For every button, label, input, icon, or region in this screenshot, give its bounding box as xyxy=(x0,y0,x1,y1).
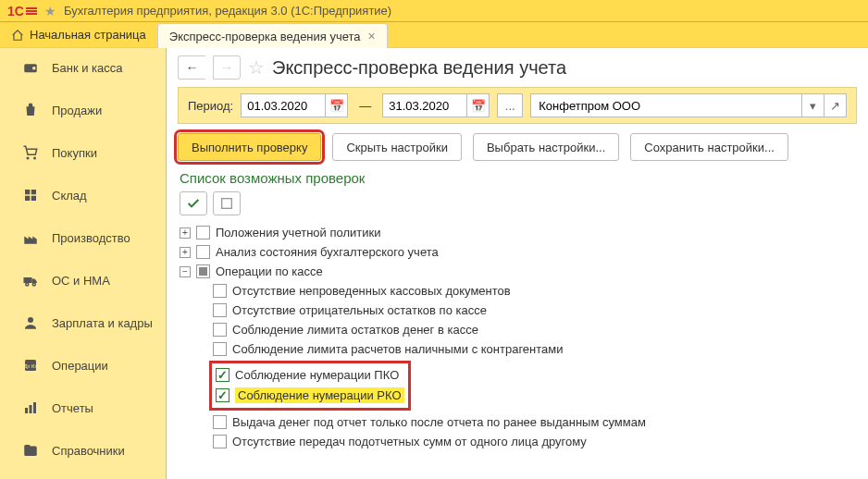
checkbox[interactable] xyxy=(213,323,227,337)
sidebar-item-label: Продажи xyxy=(52,104,102,117)
date-to-input[interactable] xyxy=(383,94,466,117)
checkbox[interactable] xyxy=(213,435,227,448)
svg-rect-16 xyxy=(33,402,36,413)
tree-label: Соблюдение лимита расчетов наличными с к… xyxy=(232,342,564,356)
wallet-icon xyxy=(22,59,39,76)
bag-icon xyxy=(22,102,39,118)
person-icon xyxy=(22,314,39,331)
uncheck-icon xyxy=(219,196,234,211)
factory-icon xyxy=(22,229,39,246)
title-bar: 1C ★ Бухгалтерия предприятия, редакция 3… xyxy=(0,0,868,22)
checklist-title: Список возможных проверок xyxy=(167,170,868,191)
tree-item-cash-c6[interactable]: Соблюдение нумерации РКО xyxy=(216,385,404,406)
uncheck-all-button[interactable] xyxy=(213,191,241,215)
sidebar-item-sales[interactable]: Продажи xyxy=(0,94,166,126)
back-button[interactable]: ← xyxy=(178,55,205,80)
tab-check-label: Экспресс-проверка ведения учета xyxy=(169,30,361,43)
tree-item-cash-c3[interactable]: Соблюдение лимита остатков денег в кассе xyxy=(180,320,855,339)
checkbox[interactable] xyxy=(213,284,227,298)
checkbox-checked[interactable] xyxy=(216,388,229,402)
date-from-input[interactable] xyxy=(242,94,325,117)
tree-item-cash-c5[interactable]: Соблюдение нумерации ПКО xyxy=(216,365,404,385)
star-icon[interactable]: ☆ xyxy=(248,56,265,79)
sidebar-item-reports[interactable]: Отчеты xyxy=(0,392,166,424)
page-title: Экспресс-проверка ведения учета xyxy=(272,57,566,79)
svg-rect-6 xyxy=(25,196,30,201)
sidebar-item-label: Склад xyxy=(52,189,87,203)
svg-rect-5 xyxy=(31,190,36,194)
tree-item-cash-c7[interactable]: Выдача денег под отчет только после отче… xyxy=(180,412,855,432)
calendar-icon[interactable]: 📅 xyxy=(466,94,489,117)
org-input[interactable] xyxy=(531,94,801,117)
svg-point-9 xyxy=(26,283,29,286)
sidebar-item-label: Операции xyxy=(52,359,108,373)
chart-icon xyxy=(22,399,39,416)
sidebar-item-warehouse[interactable]: Склад xyxy=(0,179,166,211)
checkbox[interactable] xyxy=(196,245,210,259)
tree-item-cash-c4[interactable]: Соблюдение лимита расчетов наличными с к… xyxy=(180,339,855,359)
svg-point-11 xyxy=(28,317,33,323)
checkbox-partial[interactable] xyxy=(196,264,210,278)
svg-text:Дт Кт: Дт Кт xyxy=(24,363,38,369)
checkbox[interactable] xyxy=(213,415,227,429)
period-dash: — xyxy=(355,99,375,113)
tree-item-cash[interactable]: − Операции по кассе xyxy=(180,262,855,281)
sidebar-item-label: Справочники xyxy=(52,444,125,458)
sidebar-item-production[interactable]: Производство xyxy=(0,222,166,253)
sidebar-item-assets[interactable]: ОС и НМА xyxy=(0,264,166,296)
org-field[interactable]: ▾ ↗ xyxy=(530,93,847,117)
checkbox-checked[interactable] xyxy=(216,368,229,382)
svg-point-2 xyxy=(27,157,30,160)
highlighted-group: Соблюдение нумерации ПКО Соблюдение нуме… xyxy=(209,361,411,411)
check-all-button[interactable] xyxy=(180,191,207,215)
tree-item-cash-c1[interactable]: Отсутствие непроведенных кассовых докуме… xyxy=(180,281,855,301)
expand-icon[interactable]: + xyxy=(180,247,191,258)
run-check-button[interactable]: Выполнить проверку xyxy=(178,133,321,161)
svg-rect-7 xyxy=(31,196,36,201)
checkbox[interactable] xyxy=(213,303,227,317)
chevron-down-icon[interactable]: ▾ xyxy=(801,94,824,117)
tab-express-check[interactable]: Экспресс-проверка ведения учета × xyxy=(157,23,388,48)
sidebar-item-label: Покупки xyxy=(52,146,97,160)
sidebar-item-label: Производство xyxy=(52,231,130,245)
save-settings-button[interactable]: Сохранить настройки... xyxy=(630,133,788,161)
forward-button[interactable]: → xyxy=(213,55,241,80)
tree-item-cash-c8[interactable]: Отсутствие передач подотчетных сумм от о… xyxy=(180,432,855,451)
sidebar-item-operations[interactable]: Дт Кт Операции xyxy=(0,350,166,381)
checkbox[interactable] xyxy=(213,342,227,356)
select-settings-button[interactable]: Выбрать настройки... xyxy=(473,133,619,161)
tree-item-analysis[interactable]: + Анализ состояния бухгалтерского учета xyxy=(180,242,855,262)
svg-rect-17 xyxy=(222,199,232,209)
tree-label: Отсутствие непроведенных кассовых докуме… xyxy=(232,284,511,298)
collapse-icon[interactable]: − xyxy=(180,266,191,277)
check-tree: + Положения учетной политики + Анализ со… xyxy=(167,223,868,451)
tree-item-policy[interactable]: + Положения учетной политики xyxy=(180,223,855,242)
home-icon xyxy=(11,29,24,42)
check-icon xyxy=(186,196,201,211)
svg-point-10 xyxy=(32,283,35,286)
tree-label: Отсутствие отрицательных остатков по кас… xyxy=(232,303,487,317)
sidebar-item-label: Банк и касса xyxy=(52,61,123,75)
sidebar-item-purchases[interactable]: Покупки xyxy=(0,137,166,168)
expand-icon[interactable]: + xyxy=(180,227,191,239)
calendar-icon[interactable]: 📅 xyxy=(325,94,347,117)
tabs-bar: Начальная страница Экспресс-проверка вед… xyxy=(0,22,868,48)
sidebar-item-catalogs[interactable]: Справочники xyxy=(0,435,166,466)
date-from-field[interactable]: 📅 xyxy=(241,93,348,117)
tree-item-cash-c2[interactable]: Отсутствие отрицательных остатков по кас… xyxy=(180,301,855,320)
checkbox[interactable] xyxy=(196,226,210,240)
open-icon[interactable]: ↗ xyxy=(824,94,846,117)
tree-label: Анализ состояния бухгалтерского учета xyxy=(216,245,439,259)
truck-icon xyxy=(22,272,39,289)
hide-settings-button[interactable]: Скрыть настройки xyxy=(332,133,462,161)
folder-icon xyxy=(22,442,39,459)
tab-close-icon[interactable]: × xyxy=(368,30,376,43)
sidebar-item-hr[interactable]: Зарплата и кадры xyxy=(0,307,166,338)
tree-label: Операции по кассе xyxy=(216,264,323,278)
period-picker-button[interactable]: ... xyxy=(497,93,523,117)
sidebar-item-bank[interactable]: Банк и касса xyxy=(0,52,166,83)
date-to-field[interactable]: 📅 xyxy=(382,93,490,117)
favorites-icon[interactable]: ★ xyxy=(44,4,56,18)
svg-point-3 xyxy=(33,157,36,160)
tab-home[interactable]: Начальная страница xyxy=(0,22,157,47)
